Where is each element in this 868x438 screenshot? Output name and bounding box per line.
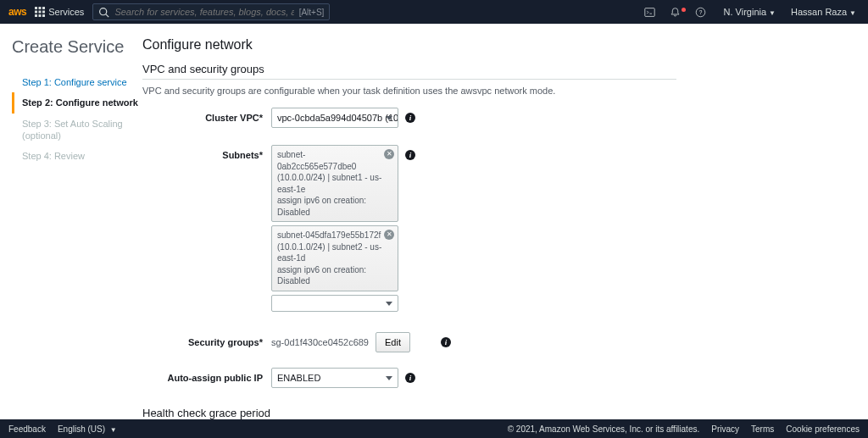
svg-rect-4 <box>39 11 42 14</box>
public-ip-dropdown[interactable]: ENABLED <box>271 368 398 388</box>
step-3: Step 3: Set Auto Scaling (optional) <box>12 114 142 147</box>
language-label: English (US) <box>58 424 105 434</box>
search-icon <box>98 7 109 18</box>
configure-network-heading: Configure network <box>142 37 676 53</box>
svg-rect-2 <box>42 7 45 9</box>
svg-rect-8 <box>42 14 45 17</box>
chevron-down-icon: ▼ <box>769 9 776 17</box>
footer: Feedback English (US) ▼ © 2021, Amazon W… <box>0 419 868 438</box>
cluster-vpc-value: vpc-0cbda5a994d04507b (10.0.0.0... <box>277 113 398 123</box>
subnet-2-text: subnet-045dfa179e55b172f (10.0.1.0/24) |… <box>277 230 381 286</box>
vpc-section-desc: VPC and security groups are configurable… <box>142 85 676 97</box>
security-group-value: sg-0d1f430ce0452c689 <box>271 337 369 347</box>
subnet-chip-1: subnet-0ab2cc565e577dbe0 (10.0.0.0/24) |… <box>271 145 398 222</box>
info-icon[interactable]: i <box>405 113 415 123</box>
copyright-text: © 2021, Amazon Web Services, Inc. or its… <box>508 424 700 434</box>
wizard-steps: Step 1: Configure service Step 2: Config… <box>12 72 142 166</box>
help-icon[interactable]: ? <box>695 7 712 18</box>
page-title: Create Service <box>12 37 142 57</box>
svg-rect-6 <box>35 14 37 17</box>
cluster-vpc-label: Cluster VPC* <box>142 108 271 123</box>
edit-security-groups-button[interactable]: Edit <box>376 332 410 352</box>
svg-rect-11 <box>644 8 654 16</box>
cookie-preferences-link[interactable]: Cookie preferences <box>786 424 860 434</box>
svg-rect-7 <box>39 14 42 17</box>
svg-text:?: ? <box>698 8 702 14</box>
security-groups-label: Security groups* <box>142 332 271 347</box>
top-nav: aws Services [Alt+S] ? N. Virginia▼ Hass… <box>0 0 868 24</box>
privacy-link[interactable]: Privacy <box>711 424 739 434</box>
notification-badge <box>682 8 686 12</box>
user-label: Hassan Raza <box>791 7 847 17</box>
chevron-down-icon: ▼ <box>110 426 117 434</box>
services-label: Services <box>48 7 84 17</box>
region-label: N. Virginia <box>724 7 767 17</box>
public-ip-label: Auto-assign public IP <box>142 368 271 383</box>
terms-link[interactable]: Terms <box>751 424 774 434</box>
services-menu[interactable]: Services <box>35 7 84 17</box>
info-icon[interactable]: i <box>405 373 415 383</box>
remove-subnet-icon[interactable]: ✕ <box>384 230 394 240</box>
search-input[interactable] <box>114 7 293 17</box>
search-shortcut: [Alt+S] <box>299 8 325 17</box>
svg-line-10 <box>106 14 108 16</box>
cluster-vpc-dropdown[interactable]: vpc-0cbda5a994d04507b (10.0.0.0... <box>271 108 398 128</box>
public-ip-value: ENABLED <box>277 373 320 383</box>
step-4: Step 4: Review <box>12 146 142 166</box>
svg-rect-3 <box>35 11 37 14</box>
grid-icon <box>35 7 45 17</box>
step-2[interactable]: Step 2: Configure network <box>12 92 142 113</box>
subnet-dropdown[interactable] <box>271 295 398 312</box>
vpc-section-title: VPC and security groups <box>142 63 676 80</box>
feedback-link[interactable]: Feedback <box>8 424 46 434</box>
notifications-icon[interactable] <box>670 7 687 18</box>
cloudshell-icon[interactable] <box>644 7 661 18</box>
info-icon[interactable]: i <box>441 337 451 347</box>
aws-logo[interactable]: aws <box>8 6 26 18</box>
user-menu[interactable]: Hassan Raza▼ <box>787 7 860 17</box>
info-icon[interactable]: i <box>405 150 415 160</box>
step-1[interactable]: Step 1: Configure service <box>12 72 142 92</box>
remove-subnet-icon[interactable]: ✕ <box>384 149 394 159</box>
subnets-label: Subnets* <box>142 145 271 160</box>
health-section-title: Health check grace period <box>142 407 676 419</box>
search-bar[interactable]: [Alt+S] <box>92 3 330 20</box>
subnet-chip-2: subnet-045dfa179e55b172f (10.0.1.0/24) |… <box>271 225 398 291</box>
language-selector[interactable]: English (US) ▼ <box>58 424 117 434</box>
region-selector[interactable]: N. Virginia▼ <box>721 7 779 17</box>
subnet-1-text: subnet-0ab2cc565e577dbe0 (10.0.0.0/24) |… <box>277 150 381 217</box>
svg-rect-1 <box>39 7 42 9</box>
svg-rect-5 <box>42 11 45 14</box>
svg-point-9 <box>100 8 107 14</box>
chevron-down-icon: ▼ <box>849 9 856 17</box>
svg-rect-0 <box>35 7 37 9</box>
